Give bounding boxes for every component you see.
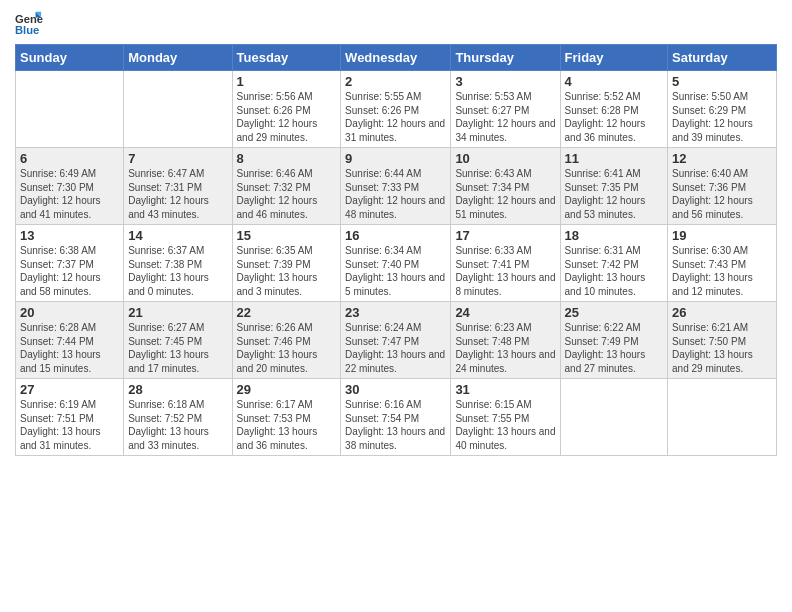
day-info: Sunrise: 6:41 AM Sunset: 7:35 PM Dayligh… — [565, 167, 664, 221]
day-info: Sunrise: 6:24 AM Sunset: 7:47 PM Dayligh… — [345, 321, 446, 375]
weekday-header-row: SundayMondayTuesdayWednesdayThursdayFrid… — [16, 45, 777, 71]
week-row-3: 13Sunrise: 6:38 AM Sunset: 7:37 PM Dayli… — [16, 225, 777, 302]
calendar-cell: 4Sunrise: 5:52 AM Sunset: 6:28 PM Daylig… — [560, 71, 668, 148]
day-info: Sunrise: 6:43 AM Sunset: 7:34 PM Dayligh… — [455, 167, 555, 221]
day-info: Sunrise: 6:37 AM Sunset: 7:38 PM Dayligh… — [128, 244, 227, 298]
calendar-cell: 26Sunrise: 6:21 AM Sunset: 7:50 PM Dayli… — [668, 302, 777, 379]
logo-icon: General Blue — [15, 10, 43, 38]
day-info: Sunrise: 6:33 AM Sunset: 7:41 PM Dayligh… — [455, 244, 555, 298]
day-info: Sunrise: 6:27 AM Sunset: 7:45 PM Dayligh… — [128, 321, 227, 375]
day-number: 17 — [455, 228, 555, 243]
calendar-cell: 24Sunrise: 6:23 AM Sunset: 7:48 PM Dayli… — [451, 302, 560, 379]
day-info: Sunrise: 6:31 AM Sunset: 7:42 PM Dayligh… — [565, 244, 664, 298]
day-info: Sunrise: 6:26 AM Sunset: 7:46 PM Dayligh… — [237, 321, 337, 375]
calendar-cell: 17Sunrise: 6:33 AM Sunset: 7:41 PM Dayli… — [451, 225, 560, 302]
calendar-cell: 3Sunrise: 5:53 AM Sunset: 6:27 PM Daylig… — [451, 71, 560, 148]
calendar-cell: 13Sunrise: 6:38 AM Sunset: 7:37 PM Dayli… — [16, 225, 124, 302]
day-number: 22 — [237, 305, 337, 320]
day-number: 21 — [128, 305, 227, 320]
calendar-cell: 16Sunrise: 6:34 AM Sunset: 7:40 PM Dayli… — [341, 225, 451, 302]
calendar-cell: 22Sunrise: 6:26 AM Sunset: 7:46 PM Dayli… — [232, 302, 341, 379]
day-number: 8 — [237, 151, 337, 166]
day-number: 4 — [565, 74, 664, 89]
calendar-cell — [560, 379, 668, 456]
day-number: 9 — [345, 151, 446, 166]
day-info: Sunrise: 6:46 AM Sunset: 7:32 PM Dayligh… — [237, 167, 337, 221]
week-row-1: 1Sunrise: 5:56 AM Sunset: 6:26 PM Daylig… — [16, 71, 777, 148]
day-info: Sunrise: 6:21 AM Sunset: 7:50 PM Dayligh… — [672, 321, 772, 375]
day-number: 12 — [672, 151, 772, 166]
day-number: 31 — [455, 382, 555, 397]
calendar-cell: 19Sunrise: 6:30 AM Sunset: 7:43 PM Dayli… — [668, 225, 777, 302]
weekday-sunday: Sunday — [16, 45, 124, 71]
calendar-cell: 30Sunrise: 6:16 AM Sunset: 7:54 PM Dayli… — [341, 379, 451, 456]
day-info: Sunrise: 6:22 AM Sunset: 7:49 PM Dayligh… — [565, 321, 664, 375]
day-info: Sunrise: 6:47 AM Sunset: 7:31 PM Dayligh… — [128, 167, 227, 221]
day-number: 15 — [237, 228, 337, 243]
day-number: 1 — [237, 74, 337, 89]
day-info: Sunrise: 5:50 AM Sunset: 6:29 PM Dayligh… — [672, 90, 772, 144]
day-number: 5 — [672, 74, 772, 89]
day-info: Sunrise: 5:55 AM Sunset: 6:26 PM Dayligh… — [345, 90, 446, 144]
calendar-cell: 28Sunrise: 6:18 AM Sunset: 7:52 PM Dayli… — [124, 379, 232, 456]
calendar-cell: 2Sunrise: 5:55 AM Sunset: 6:26 PM Daylig… — [341, 71, 451, 148]
day-number: 13 — [20, 228, 119, 243]
day-info: Sunrise: 6:34 AM Sunset: 7:40 PM Dayligh… — [345, 244, 446, 298]
day-info: Sunrise: 6:18 AM Sunset: 7:52 PM Dayligh… — [128, 398, 227, 452]
day-info: Sunrise: 6:28 AM Sunset: 7:44 PM Dayligh… — [20, 321, 119, 375]
day-info: Sunrise: 6:23 AM Sunset: 7:48 PM Dayligh… — [455, 321, 555, 375]
day-number: 20 — [20, 305, 119, 320]
day-number: 7 — [128, 151, 227, 166]
calendar-cell: 15Sunrise: 6:35 AM Sunset: 7:39 PM Dayli… — [232, 225, 341, 302]
day-info: Sunrise: 6:16 AM Sunset: 7:54 PM Dayligh… — [345, 398, 446, 452]
calendar-cell: 8Sunrise: 6:46 AM Sunset: 7:32 PM Daylig… — [232, 148, 341, 225]
calendar-cell — [124, 71, 232, 148]
calendar-cell: 6Sunrise: 6:49 AM Sunset: 7:30 PM Daylig… — [16, 148, 124, 225]
day-info: Sunrise: 6:15 AM Sunset: 7:55 PM Dayligh… — [455, 398, 555, 452]
day-number: 11 — [565, 151, 664, 166]
calendar-cell: 9Sunrise: 6:44 AM Sunset: 7:33 PM Daylig… — [341, 148, 451, 225]
day-number: 19 — [672, 228, 772, 243]
calendar-cell: 14Sunrise: 6:37 AM Sunset: 7:38 PM Dayli… — [124, 225, 232, 302]
calendar-cell — [16, 71, 124, 148]
calendar-cell: 27Sunrise: 6:19 AM Sunset: 7:51 PM Dayli… — [16, 379, 124, 456]
calendar-cell: 31Sunrise: 6:15 AM Sunset: 7:55 PM Dayli… — [451, 379, 560, 456]
calendar-cell: 20Sunrise: 6:28 AM Sunset: 7:44 PM Dayli… — [16, 302, 124, 379]
calendar-cell: 10Sunrise: 6:43 AM Sunset: 7:34 PM Dayli… — [451, 148, 560, 225]
calendar-cell: 23Sunrise: 6:24 AM Sunset: 7:47 PM Dayli… — [341, 302, 451, 379]
day-number: 3 — [455, 74, 555, 89]
weekday-tuesday: Tuesday — [232, 45, 341, 71]
calendar-table: SundayMondayTuesdayWednesdayThursdayFrid… — [15, 44, 777, 456]
day-number: 25 — [565, 305, 664, 320]
day-number: 30 — [345, 382, 446, 397]
calendar-cell — [668, 379, 777, 456]
calendar-cell: 25Sunrise: 6:22 AM Sunset: 7:49 PM Dayli… — [560, 302, 668, 379]
calendar-cell: 18Sunrise: 6:31 AM Sunset: 7:42 PM Dayli… — [560, 225, 668, 302]
svg-text:Blue: Blue — [15, 24, 39, 36]
day-number: 18 — [565, 228, 664, 243]
day-number: 10 — [455, 151, 555, 166]
weekday-monday: Monday — [124, 45, 232, 71]
day-info: Sunrise: 6:40 AM Sunset: 7:36 PM Dayligh… — [672, 167, 772, 221]
calendar-cell: 7Sunrise: 6:47 AM Sunset: 7:31 PM Daylig… — [124, 148, 232, 225]
day-info: Sunrise: 5:56 AM Sunset: 6:26 PM Dayligh… — [237, 90, 337, 144]
logo: General Blue — [15, 10, 49, 38]
week-row-5: 27Sunrise: 6:19 AM Sunset: 7:51 PM Dayli… — [16, 379, 777, 456]
day-info: Sunrise: 6:35 AM Sunset: 7:39 PM Dayligh… — [237, 244, 337, 298]
day-info: Sunrise: 6:49 AM Sunset: 7:30 PM Dayligh… — [20, 167, 119, 221]
day-number: 14 — [128, 228, 227, 243]
day-info: Sunrise: 6:44 AM Sunset: 7:33 PM Dayligh… — [345, 167, 446, 221]
week-row-2: 6Sunrise: 6:49 AM Sunset: 7:30 PM Daylig… — [16, 148, 777, 225]
header: General Blue — [15, 10, 777, 38]
day-info: Sunrise: 5:52 AM Sunset: 6:28 PM Dayligh… — [565, 90, 664, 144]
calendar-cell: 11Sunrise: 6:41 AM Sunset: 7:35 PM Dayli… — [560, 148, 668, 225]
day-number: 6 — [20, 151, 119, 166]
day-number: 26 — [672, 305, 772, 320]
day-number: 29 — [237, 382, 337, 397]
day-info: Sunrise: 6:38 AM Sunset: 7:37 PM Dayligh… — [20, 244, 119, 298]
day-number: 16 — [345, 228, 446, 243]
day-info: Sunrise: 5:53 AM Sunset: 6:27 PM Dayligh… — [455, 90, 555, 144]
day-number: 24 — [455, 305, 555, 320]
calendar-cell: 29Sunrise: 6:17 AM Sunset: 7:53 PM Dayli… — [232, 379, 341, 456]
day-number: 2 — [345, 74, 446, 89]
